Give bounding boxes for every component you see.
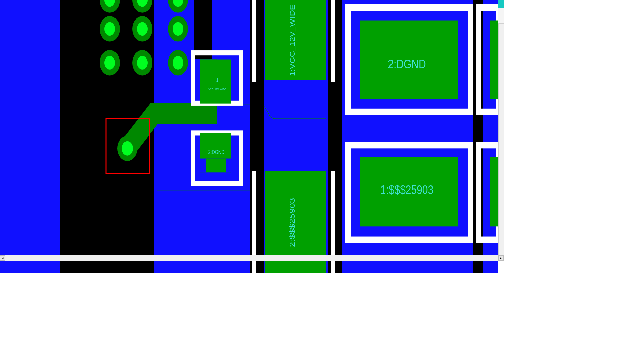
svg-rect-108: [0, 0, 60, 273]
net-vcc-label: 1:VCC_12V_WIDE: [289, 4, 296, 76]
pcb-canvas[interactable]: 1 VCC_12V_WIDE 2:DGND 1:VCC_12V_WIDE 2:$…: [0, 0, 498, 273]
pad-1-number: 1: [216, 77, 219, 83]
svg-rect-159: [490, 157, 498, 227]
svg-rect-162: [331, 0, 335, 82]
svg-rect-111: [153, 0, 154, 159]
svg-point-133: [173, 22, 183, 36]
svg-point-137: [137, 56, 148, 69]
svg-point-135: [104, 56, 115, 69]
svg-rect-118: [194, 0, 212, 59]
svg-rect-160: [252, 0, 256, 82]
big-25903-label: 1:$$$25903: [380, 183, 433, 197]
pad-1-net: VCC_12V_WIDE: [208, 88, 226, 91]
svg-rect-110: [60, 0, 76, 273]
svg-rect-157: [490, 21, 498, 100]
scroll-left-button[interactable]: ◄: [0, 255, 5, 261]
svg-rect-149: [206, 159, 226, 173]
horizontal-scrollbar[interactable]: ◄ ►: [0, 255, 504, 261]
vertical-scrollbar[interactable]: [498, 24, 504, 255]
big-dgnd-label: 2:DGND: [388, 57, 426, 71]
pad-2-label: 2:DGND: [208, 149, 224, 155]
svg-point-141: [122, 141, 133, 156]
svg-point-129: [104, 22, 115, 36]
scroll-right-button[interactable]: ►: [498, 255, 504, 261]
svg-point-139: [173, 56, 183, 69]
net-25903-2-label: 2:$$$25903: [288, 198, 296, 247]
svg-point-131: [137, 22, 148, 36]
